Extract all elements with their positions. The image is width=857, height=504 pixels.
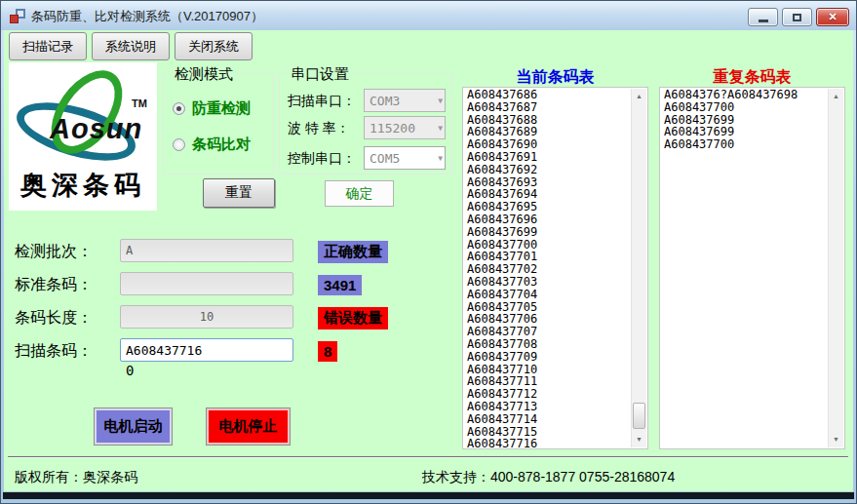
- batch-input: [120, 239, 293, 262]
- batch-label: 检测批次：: [15, 242, 93, 262]
- window-controls: ✕: [748, 8, 849, 26]
- list-item[interactable]: A608437716: [463, 438, 630, 449]
- maximize-icon: [793, 14, 801, 21]
- error-count-label: 错误数量: [318, 307, 388, 330]
- chevron-down-icon: ▼: [438, 124, 443, 133]
- chevron-down-icon: ▼: [438, 97, 443, 105]
- list-item[interactable]: A608437704: [463, 289, 630, 301]
- maximize-button[interactable]: [782, 8, 812, 26]
- radio-barcode-compare[interactable]: 条码比对: [173, 136, 251, 154]
- correct-count-value: 3491: [318, 275, 362, 295]
- duplicate-list-title: 重复条码表: [659, 67, 845, 88]
- current-list-scrollbar[interactable]: ▲ ▼: [631, 89, 646, 447]
- current-barcode-list[interactable]: A608437686A608437687A608437688A608437689…: [462, 87, 648, 449]
- reset-button[interactable]: 重置: [203, 178, 275, 208]
- toolbar: 扫描记录系统说明关闭系统: [9, 32, 253, 60]
- toolbar-button[interactable]: 系统说明: [92, 32, 170, 60]
- list-item[interactable]: A608437687: [463, 101, 630, 114]
- copyright-text: 版权所有：奥深条码: [15, 469, 137, 486]
- control-port-row: 控制串口： COM5 ▼: [288, 146, 446, 170]
- titlebar: 条码防重、比对检测系统（V.20170907） ✕: [1, 1, 856, 30]
- duplicate-barcode-list[interactable]: A6084376?A608437698A608437700A608437699A…: [659, 87, 845, 449]
- list-item[interactable]: A608437700: [660, 138, 827, 151]
- current-barcode-items: A608437686A608437687A608437688A608437689…: [463, 89, 630, 448]
- control-port-combo[interactable]: COM5 ▼: [364, 146, 446, 170]
- radio-anti-duplicate[interactable]: 防重检测: [173, 99, 251, 118]
- logo-caption: 奥深条码: [9, 168, 157, 203]
- window-bottom-edge: [3, 492, 854, 499]
- list-item[interactable]: A608437696: [463, 213, 630, 226]
- list-item[interactable]: A608437700: [660, 101, 827, 114]
- toolbar-button[interactable]: 扫描记录: [9, 32, 87, 60]
- list-item[interactable]: A608437703: [463, 276, 630, 289]
- duplicate-barcode-items: A6084376?A608437698A608437700A608437699A…: [660, 89, 827, 448]
- baud-rate-label: 波 特 率：: [288, 120, 350, 137]
- serial-settings-group: 串口设置 扫描串口： COM3 ▼ 波 特 率： 115200 ▼ 控制串口： …: [279, 73, 452, 174]
- list-item[interactable]: A608437708: [463, 338, 630, 351]
- logo-brand-text: Aosun: [50, 113, 142, 145]
- close-icon: ✕: [828, 12, 837, 22]
- scan-port-value: COM3: [370, 94, 400, 108]
- list-item[interactable]: A608437709: [463, 351, 630, 364]
- detection-mode-title: 检测模式: [172, 65, 236, 84]
- radio-barcode-compare-label: 条码比对: [192, 136, 251, 154]
- confirm-button[interactable]: 确定: [325, 180, 394, 207]
- standard-barcode-input: [120, 272, 293, 295]
- toolbar-button[interactable]: 关闭系统: [175, 32, 253, 60]
- scan-barcode-label: 扫描条码：: [15, 341, 93, 362]
- detection-mode-group: 检测模式 防重检测 条码比对: [163, 73, 274, 174]
- scan-port-row: 扫描串口： COM3 ▼: [288, 89, 446, 112]
- scroll-up-icon[interactable]: ▲: [829, 89, 843, 104]
- list-item[interactable]: A608437712: [463, 388, 630, 401]
- minimize-button[interactable]: [748, 8, 778, 26]
- scan-port-label: 扫描串口：: [288, 93, 356, 110]
- app-icon-red-square: [10, 15, 19, 23]
- baud-rate-row: 波 特 率： 115200 ▼: [288, 116, 446, 139]
- close-button[interactable]: ✕: [816, 8, 849, 26]
- client-area: 扫描记录系统说明关闭系统 Aosun TM 奥深条码 检测模式 防重检测 条码比…: [4, 30, 853, 491]
- aosun-logo: Aosun TM 奥深条码: [9, 62, 157, 211]
- window-title: 条码防重、比对检测系统（V.20170907）: [31, 8, 263, 25]
- motor-stop-button[interactable]: 电机停止: [206, 407, 291, 446]
- chevron-down-icon: ▼: [438, 154, 443, 163]
- standard-barcode-label: 标准条码：: [15, 275, 93, 295]
- logo-trademark: TM: [132, 97, 147, 109]
- tech-support-text: 技术支持：400-878-1877 0755-28168074: [422, 469, 675, 486]
- motor-start-button[interactable]: 电机启动: [94, 407, 173, 446]
- scrollbar-thumb[interactable]: [633, 403, 645, 429]
- list-item[interactable]: A6084376?A608437698: [660, 89, 827, 101]
- correct-count-label: 正确数量: [318, 241, 388, 263]
- control-port-label: 控制串口：: [288, 150, 356, 168]
- baud-rate-combo: 115200 ▼: [364, 116, 446, 139]
- serial-settings-title: 串口设置: [288, 65, 352, 84]
- control-port-value: COM5: [370, 151, 400, 166]
- app-window: 条码防重、比对检测系统（V.20170907） ✕ 扫描记录系统说明关闭系统 A…: [0, 0, 857, 504]
- statusbar-divider: [8, 456, 848, 458]
- list-item[interactable]: A608437691: [463, 151, 630, 164]
- list-item[interactable]: A608437699: [463, 226, 630, 239]
- error-count-value: 8: [318, 341, 337, 362]
- current-list-title: 当前条码表: [462, 67, 648, 88]
- barcode-length-label: 条码长度：: [15, 308, 93, 329]
- scan-count-label: 0: [126, 363, 134, 378]
- scan-port-combo: COM3 ▼: [364, 89, 446, 112]
- scan-barcode-input[interactable]: [120, 338, 293, 362]
- baud-rate-value: 115200: [370, 121, 415, 136]
- minimize-icon: [759, 19, 768, 22]
- scroll-down-icon[interactable]: ▼: [829, 432, 843, 447]
- radio-checked-icon: [173, 102, 185, 115]
- duplicate-list-scrollbar[interactable]: ▲ ▼: [828, 89, 843, 447]
- list-item[interactable]: A608437713: [463, 401, 630, 413]
- scroll-up-icon[interactable]: ▲: [632, 89, 646, 104]
- radio-anti-duplicate-label: 防重检测: [192, 99, 251, 118]
- list-item[interactable]: A608437686: [463, 89, 630, 101]
- barcode-length-input: [120, 305, 293, 329]
- list-item[interactable]: A608437714: [463, 413, 630, 426]
- radio-unchecked-icon: [173, 138, 185, 151]
- scroll-down-icon[interactable]: ▼: [632, 432, 646, 447]
- list-item[interactable]: A608437692: [463, 164, 630, 176]
- app-icon: [10, 9, 25, 23]
